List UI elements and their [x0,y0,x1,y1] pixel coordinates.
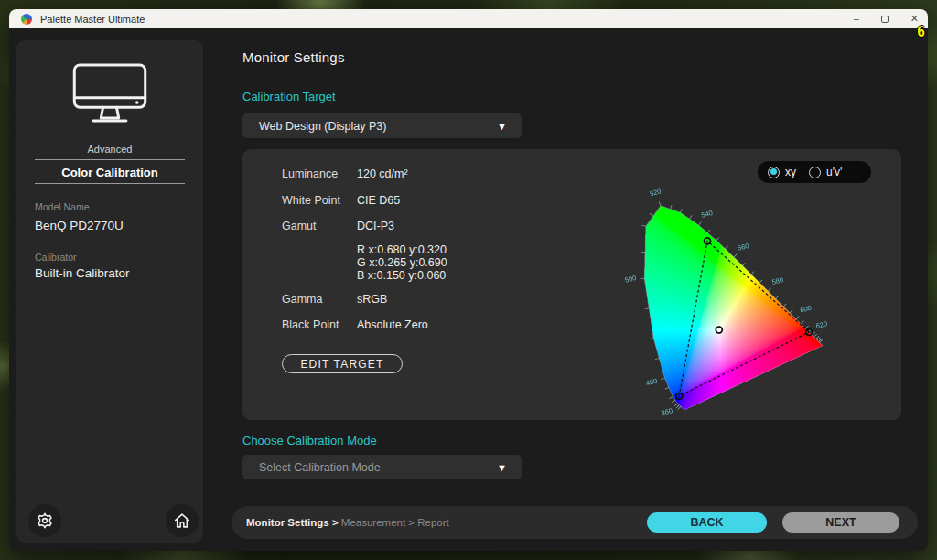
calibrator-label: Calibrator [35,252,77,263]
model-name-value: BenQ PD2770U [35,219,124,232]
calibration-target-value: Web Design (Display P3) [259,120,386,133]
calibrator-value: Built-in Calibrator [35,266,130,280]
app-logo-icon [21,14,32,25]
target-details-panel: Luminance 120 cd/m² White Point CIE D65 … [242,149,901,420]
mode-label: Advanced [16,144,203,155]
minimize-button[interactable]: – [854,14,859,24]
next-button[interactable]: NEXT [782,512,899,533]
uv-radio[interactable] [809,167,821,178]
luminance-label: Luminance [282,167,338,180]
gamut-value: DCI-P3 [357,220,394,232]
overlay-counter: 6 [917,24,925,40]
gamma-value: sRGB [357,293,387,306]
maximize-button[interactable] [881,16,889,23]
window-title: Palette Master Ultimate [40,14,145,25]
monitor-icon [66,62,154,126]
xy-uv-toggle: xy u'v' [758,161,871,183]
gamut-blue-xy: B x:0.150 y:0.060 [357,269,446,282]
calibration-mode-heading: Choose Calibration Mode [242,434,377,447]
back-button[interactable]: BACK [647,512,767,533]
white-point-value: CIE D65 [357,194,400,207]
divider [233,70,905,70]
breadcrumb-measurement: Measurement [341,517,405,528]
gamut-label: Gamut [282,220,317,232]
app-window: Palette Master Ultimate – ✕ Advanced Col… [9,9,928,551]
maximize-icon [881,16,889,23]
footer-bar: Monitor Settings > Measurement > Report … [232,506,918,539]
gear-icon [35,511,55,531]
chromaticity-diagram [611,186,835,420]
settings-button[interactable] [28,504,61,537]
home-button[interactable] [166,504,199,537]
page-title: Monitor Settings [242,49,345,65]
gamut-red-xy: R x:0.680 y:0.320 [357,243,447,256]
gamma-label: Gamma [282,293,322,306]
xy-radio[interactable] [768,167,780,178]
black-point-label: Black Point [282,318,339,331]
home-icon [172,511,192,531]
calibration-mode-placeholder: Select Calibration Mode [259,461,381,474]
breadcrumb-monitor-settings: Monitor Settings [246,517,329,528]
divider [35,159,185,160]
model-name-label: Model Name [35,201,90,212]
breadcrumb-separator: > [405,517,417,528]
white-point-label: White Point [282,194,340,207]
divider [35,183,185,184]
breadcrumb: Monitor Settings > Measurement > Report [246,517,449,528]
desktop: 6 Palette Master Ultimate – ✕ [0,0,937,560]
section-label: Color Calibration [16,166,203,179]
breadcrumb-report: Report [417,517,449,528]
chevron-down-icon: ▼ [497,121,507,132]
black-point-value: Absolute Zero [357,318,428,331]
uv-radio-label: u'v' [826,166,842,178]
calibration-target-heading: Calibration Target [242,90,336,103]
title-bar[interactable]: Palette Master Ultimate – ✕ [9,9,928,28]
calibration-target-dropdown[interactable]: Web Design (Display P3) ▼ [242,113,522,138]
luminance-value: 120 cd/m² [357,167,408,180]
calibration-mode-dropdown[interactable]: Select Calibration Mode ▼ [242,455,522,479]
breadcrumb-separator: > [329,517,341,528]
sidebar: Advanced Color Calibration Model Name Be… [16,40,203,543]
gamut-green-xy: G x:0.265 y:0.690 [357,256,447,269]
chevron-down-icon: ▼ [497,462,507,473]
xy-radio-label: xy [785,166,796,178]
close-button[interactable]: ✕ [910,14,919,24]
edit-target-button[interactable]: EDIT TARGET [282,354,403,373]
